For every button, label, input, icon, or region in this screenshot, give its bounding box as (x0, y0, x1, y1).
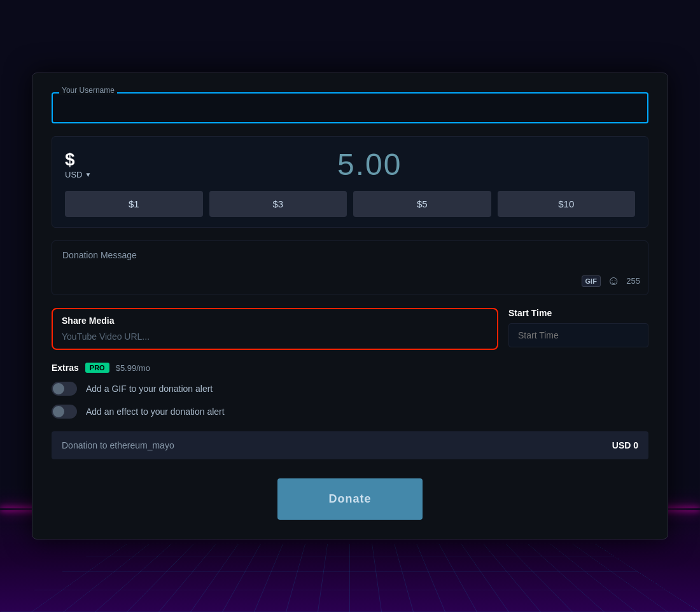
extras-header: Extras PRO $5.99/mo (52, 363, 648, 373)
gif-toggle[interactable] (52, 382, 77, 396)
effect-toggle-row: Add an effect to your donation alert (52, 405, 648, 419)
donation-panel: Your Username $ USD ▼ 5.00 $1 $3 $5 $10 … (32, 73, 668, 539)
start-time-box: Start Time (508, 308, 648, 347)
amount-10-button[interactable]: $10 (498, 191, 636, 217)
extras-price: $5.99/mo (116, 363, 150, 373)
currency-code: USD (65, 170, 82, 179)
amount-3-button[interactable]: $3 (209, 191, 347, 217)
summary-text: Donation to ethereum_mayo (62, 440, 174, 450)
currency-arrow-icon: ▼ (85, 171, 91, 178)
amount-display: 5.00 (104, 147, 635, 182)
summary-amount: USD 0 (612, 440, 638, 450)
emoji-icon[interactable]: ☺ (607, 274, 620, 288)
gif-toggle-label: Add a GIF to your donation alert (86, 384, 213, 394)
start-time-title: Start Time (508, 308, 648, 318)
effect-toggle[interactable] (52, 405, 77, 419)
dollar-icon: $ (65, 150, 75, 170)
username-input[interactable] (52, 92, 648, 123)
username-group: Your Username (52, 92, 648, 123)
amount-section: $ USD ▼ 5.00 $1 $3 $5 $10 (52, 136, 648, 228)
amount-top: $ USD ▼ 5.00 (65, 147, 635, 182)
share-media-box: Share Media (52, 308, 498, 350)
donate-button-wrapper: Donate (52, 472, 648, 526)
summary-row: Donation to ethereum_mayo USD 0 (52, 431, 648, 459)
gif-button[interactable]: GIF (582, 275, 601, 287)
share-media-title: Share Media (62, 316, 488, 326)
effect-toggle-label: Add an effect to your donation alert (86, 407, 225, 417)
message-label: Donation Message (62, 250, 638, 260)
youtube-url-input[interactable] (62, 331, 488, 342)
message-actions: GIF ☺ 255 (582, 274, 640, 288)
gif-toggle-row: Add a GIF to your donation alert (52, 382, 648, 396)
extras-section: Extras PRO $5.99/mo Add a GIF to your do… (52, 363, 648, 419)
quick-amount-buttons: $1 $3 $5 $10 (65, 191, 635, 217)
extras-label: Extras (52, 363, 79, 373)
amount-5-button[interactable]: $5 (353, 191, 491, 217)
currency-selector[interactable]: USD ▼ (65, 170, 91, 179)
char-count: 255 (626, 276, 640, 286)
share-media-row: Share Media Start Time (52, 308, 648, 350)
donate-button[interactable]: Donate (277, 478, 422, 520)
pro-badge: PRO (85, 363, 109, 373)
start-time-input[interactable] (508, 323, 648, 347)
amount-1-button[interactable]: $1 (65, 191, 203, 217)
message-section: Donation Message GIF ☺ 255 (52, 240, 648, 295)
username-label: Your Username (59, 86, 117, 95)
